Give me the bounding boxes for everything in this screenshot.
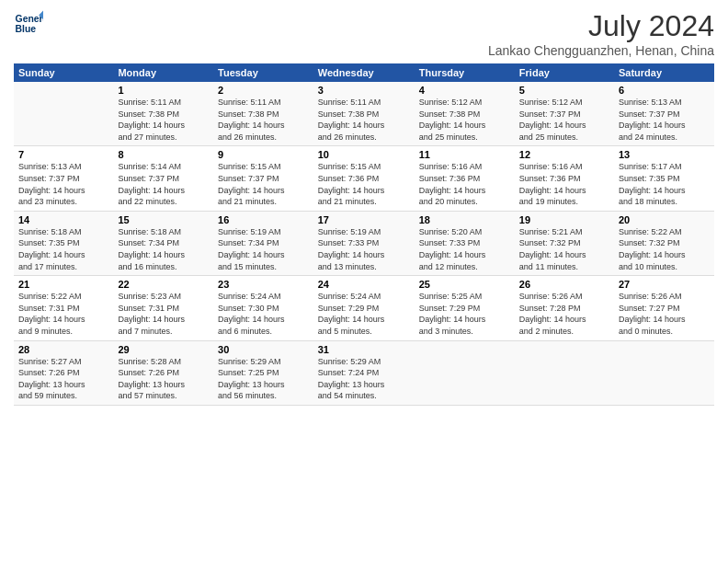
calendar-cell xyxy=(415,340,515,405)
day-detail: Sunrise: 5:20 AM Sunset: 7:33 PM Dayligh… xyxy=(419,226,510,272)
day-number: 26 xyxy=(519,279,609,290)
calendar-cell: 27Sunrise: 5:26 AM Sunset: 7:27 PM Dayli… xyxy=(614,276,714,340)
day-detail: Sunrise: 5:15 AM Sunset: 7:37 PM Dayligh… xyxy=(218,161,309,207)
day-number: 31 xyxy=(318,344,410,355)
day-detail: Sunrise: 5:21 AM Sunset: 7:32 PM Dayligh… xyxy=(519,226,609,272)
day-detail: Sunrise: 5:17 AM Sunset: 7:35 PM Dayligh… xyxy=(619,161,710,207)
day-number: 11 xyxy=(419,149,510,160)
day-detail: Sunrise: 5:11 AM Sunset: 7:38 PM Dayligh… xyxy=(118,97,209,143)
calendar-cell: 24Sunrise: 5:24 AM Sunset: 7:29 PM Dayli… xyxy=(313,276,415,340)
calendar-cell: 17Sunrise: 5:19 AM Sunset: 7:33 PM Dayli… xyxy=(313,211,415,275)
header-cell-saturday: Saturday xyxy=(614,63,714,82)
header-cell-thursday: Thursday xyxy=(415,63,515,82)
day-detail: Sunrise: 5:18 AM Sunset: 7:34 PM Dayligh… xyxy=(118,226,209,272)
day-number: 23 xyxy=(218,279,309,290)
calendar-cell: 6Sunrise: 5:13 AM Sunset: 7:37 PM Daylig… xyxy=(614,82,714,146)
day-detail: Sunrise: 5:18 AM Sunset: 7:35 PM Dayligh… xyxy=(18,226,108,272)
calendar-cell: 18Sunrise: 5:20 AM Sunset: 7:33 PM Dayli… xyxy=(415,211,515,275)
main-title: July 2024 xyxy=(488,9,714,43)
calendar-cell: 23Sunrise: 5:24 AM Sunset: 7:30 PM Dayli… xyxy=(213,276,313,340)
calendar-cell: 29Sunrise: 5:28 AM Sunset: 7:26 PM Dayli… xyxy=(113,340,213,405)
calendar-cell: 1Sunrise: 5:11 AM Sunset: 7:38 PM Daylig… xyxy=(113,82,213,146)
calendar-cell: 28Sunrise: 5:27 AM Sunset: 7:26 PM Dayli… xyxy=(14,340,113,405)
svg-text:General: General xyxy=(16,14,43,24)
day-number: 14 xyxy=(18,214,108,225)
day-number: 21 xyxy=(18,279,108,290)
header-cell-wednesday: Wednesday xyxy=(313,63,415,82)
day-number: 8 xyxy=(118,149,209,160)
day-number: 12 xyxy=(519,149,609,160)
day-detail: Sunrise: 5:11 AM Sunset: 7:38 PM Dayligh… xyxy=(218,97,309,143)
calendar-cell: 13Sunrise: 5:17 AM Sunset: 7:35 PM Dayli… xyxy=(614,146,714,211)
calendar-cell: 5Sunrise: 5:12 AM Sunset: 7:37 PM Daylig… xyxy=(515,82,614,146)
day-number: 9 xyxy=(218,149,309,160)
day-number: 22 xyxy=(118,279,209,290)
day-detail: Sunrise: 5:11 AM Sunset: 7:38 PM Dayligh… xyxy=(318,97,410,143)
calendar-cell xyxy=(14,82,113,146)
svg-text:Blue: Blue xyxy=(16,24,37,34)
calendar-cell: 22Sunrise: 5:23 AM Sunset: 7:31 PM Dayli… xyxy=(113,276,213,340)
day-detail: Sunrise: 5:19 AM Sunset: 7:34 PM Dayligh… xyxy=(218,226,309,272)
calendar-cell xyxy=(614,340,714,405)
calendar-cell: 15Sunrise: 5:18 AM Sunset: 7:34 PM Dayli… xyxy=(113,211,213,275)
calendar-cell: 16Sunrise: 5:19 AM Sunset: 7:34 PM Dayli… xyxy=(213,211,313,275)
day-detail: Sunrise: 5:25 AM Sunset: 7:29 PM Dayligh… xyxy=(419,291,510,337)
day-number: 5 xyxy=(519,85,609,96)
day-number: 6 xyxy=(619,85,710,96)
day-detail: Sunrise: 5:13 AM Sunset: 7:37 PM Dayligh… xyxy=(619,97,710,143)
calendar-table: SundayMondayTuesdayWednesdayThursdayFrid… xyxy=(14,63,714,406)
calendar-cell: 21Sunrise: 5:22 AM Sunset: 7:31 PM Dayli… xyxy=(14,276,113,340)
day-detail: Sunrise: 5:15 AM Sunset: 7:36 PM Dayligh… xyxy=(318,161,410,207)
day-number: 17 xyxy=(318,214,410,225)
day-number: 19 xyxy=(519,214,609,225)
day-number: 4 xyxy=(419,85,510,96)
calendar-cell: 4Sunrise: 5:12 AM Sunset: 7:38 PM Daylig… xyxy=(415,82,515,146)
calendar-cell: 10Sunrise: 5:15 AM Sunset: 7:36 PM Dayli… xyxy=(313,146,415,211)
day-detail: Sunrise: 5:26 AM Sunset: 7:28 PM Dayligh… xyxy=(519,291,609,337)
day-detail: Sunrise: 5:29 AM Sunset: 7:25 PM Dayligh… xyxy=(218,356,309,402)
day-detail: Sunrise: 5:19 AM Sunset: 7:33 PM Dayligh… xyxy=(318,226,410,272)
day-number: 27 xyxy=(619,279,710,290)
calendar-cell: 2Sunrise: 5:11 AM Sunset: 7:38 PM Daylig… xyxy=(213,82,313,146)
calendar-cell: 11Sunrise: 5:16 AM Sunset: 7:36 PM Dayli… xyxy=(415,146,515,211)
day-detail: Sunrise: 5:28 AM Sunset: 7:26 PM Dayligh… xyxy=(118,356,209,402)
day-detail: Sunrise: 5:24 AM Sunset: 7:29 PM Dayligh… xyxy=(318,291,410,337)
day-detail: Sunrise: 5:13 AM Sunset: 7:37 PM Dayligh… xyxy=(18,161,108,207)
day-number: 7 xyxy=(18,149,108,160)
day-number: 20 xyxy=(619,214,710,225)
calendar-cell: 3Sunrise: 5:11 AM Sunset: 7:38 PM Daylig… xyxy=(313,82,415,146)
week-row-0: 1Sunrise: 5:11 AM Sunset: 7:38 PM Daylig… xyxy=(14,82,714,146)
day-detail: Sunrise: 5:24 AM Sunset: 7:30 PM Dayligh… xyxy=(218,291,309,337)
day-number: 30 xyxy=(218,344,309,355)
day-detail: Sunrise: 5:29 AM Sunset: 7:24 PM Dayligh… xyxy=(318,356,410,402)
header-row: SundayMondayTuesdayWednesdayThursdayFrid… xyxy=(14,63,714,82)
day-detail: Sunrise: 5:12 AM Sunset: 7:38 PM Dayligh… xyxy=(419,97,510,143)
header-cell-friday: Friday xyxy=(515,63,614,82)
day-detail: Sunrise: 5:16 AM Sunset: 7:36 PM Dayligh… xyxy=(419,161,510,207)
calendar-cell: 20Sunrise: 5:22 AM Sunset: 7:32 PM Dayli… xyxy=(614,211,714,275)
calendar-cell: 26Sunrise: 5:26 AM Sunset: 7:28 PM Dayli… xyxy=(515,276,614,340)
day-number: 28 xyxy=(18,344,108,355)
calendar-cell: 14Sunrise: 5:18 AM Sunset: 7:35 PM Dayli… xyxy=(14,211,113,275)
day-number: 3 xyxy=(318,85,410,96)
day-detail: Sunrise: 5:26 AM Sunset: 7:27 PM Dayligh… xyxy=(619,291,710,337)
calendar-cell: 31Sunrise: 5:29 AM Sunset: 7:24 PM Dayli… xyxy=(313,340,415,405)
week-row-4: 28Sunrise: 5:27 AM Sunset: 7:26 PM Dayli… xyxy=(14,340,714,405)
header-cell-sunday: Sunday xyxy=(14,63,113,82)
calendar-cell xyxy=(515,340,614,405)
day-number: 1 xyxy=(118,85,209,96)
page: General Blue July 2024 Lankao Chengguanz… xyxy=(0,0,728,563)
title-block: July 2024 Lankao Chengguanzhen, Henan, C… xyxy=(488,9,714,58)
calendar-cell: 9Sunrise: 5:15 AM Sunset: 7:37 PM Daylig… xyxy=(213,146,313,211)
subtitle: Lankao Chengguanzhen, Henan, China xyxy=(488,43,714,58)
day-detail: Sunrise: 5:23 AM Sunset: 7:31 PM Dayligh… xyxy=(118,291,209,337)
day-detail: Sunrise: 5:12 AM Sunset: 7:37 PM Dayligh… xyxy=(519,97,609,143)
week-row-2: 14Sunrise: 5:18 AM Sunset: 7:35 PM Dayli… xyxy=(14,211,714,275)
day-number: 24 xyxy=(318,279,410,290)
day-number: 29 xyxy=(118,344,209,355)
day-detail: Sunrise: 5:27 AM Sunset: 7:26 PM Dayligh… xyxy=(18,356,108,402)
calendar-cell: 7Sunrise: 5:13 AM Sunset: 7:37 PM Daylig… xyxy=(14,146,113,211)
header-cell-tuesday: Tuesday xyxy=(213,63,313,82)
calendar-cell: 30Sunrise: 5:29 AM Sunset: 7:25 PM Dayli… xyxy=(213,340,313,405)
calendar-cell: 8Sunrise: 5:14 AM Sunset: 7:37 PM Daylig… xyxy=(113,146,213,211)
